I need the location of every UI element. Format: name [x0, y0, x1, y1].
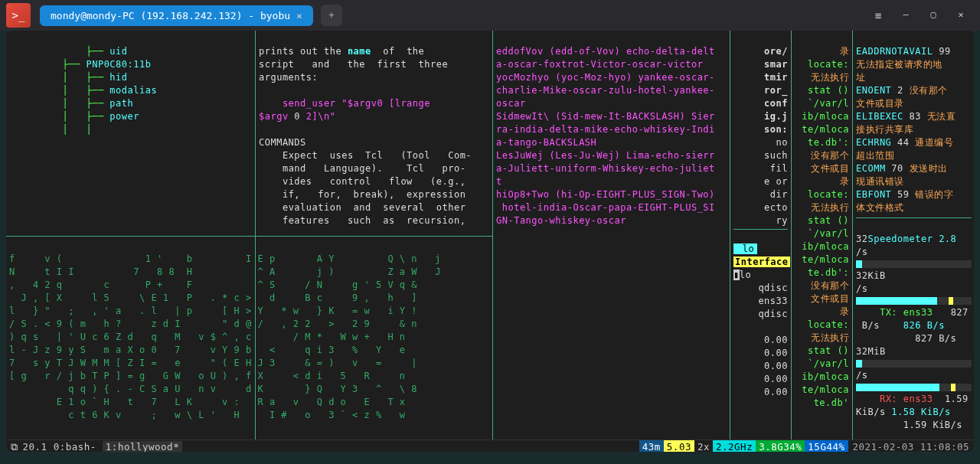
status-mem: 3.8G34%: [756, 440, 805, 452]
statusbar: ⧉ 20.1 0:bash- 1:hollywood* 43m5.032x2.2…: [6, 439, 974, 452]
pane-matrix: f v ( 1 ' b I E p A Y Q \ n j N t I I 7 …: [6, 236, 492, 438]
app-icon: >_: [6, 3, 31, 28]
status-active-window[interactable]: 1:hollywood*: [103, 441, 182, 452]
net-lo-selected: lo: [733, 243, 757, 254]
tab-title: mondy@mondy-PC (192.168.242.132) - byobu: [51, 10, 290, 21]
net-interface-header: Interface: [733, 257, 790, 267]
status-load: 5.03: [664, 440, 694, 452]
terminal[interactable]: ├── │ ├── uiduid ├── PNP0C80:11b │ ├── h…: [6, 31, 974, 452]
pane-phonetic: eddofVov (edd-of-Vov) echo-delta-delt a-…: [492, 31, 730, 439]
menu-icon[interactable]: ≡: [871, 9, 885, 21]
status-uptime: 43m: [639, 440, 664, 452]
pane-jq-net: ore/ smar tmir ror_ conf ig.j son: no su…: [730, 31, 791, 439]
pane-errno-speed: EADDRNOTAVAIL 99 无法指定被请求的地 址 ENOENT 2 没有…: [852, 31, 974, 439]
minimize-button[interactable]: —: [899, 9, 913, 21]
status-windows: 20.1 0:bash- 1:hollywood*: [23, 440, 183, 452]
close-button[interactable]: ✕: [954, 9, 968, 21]
byobu-icon: ⧉: [11, 440, 18, 452]
status-freq: 2.2GHz: [713, 440, 756, 452]
tab-close-icon[interactable]: ×: [296, 10, 302, 21]
tab-active[interactable]: mondy@mondy-PC (192.168.242.132) - byobu…: [40, 5, 313, 26]
pane-locate: 录 locate: 无法执行 stat () `/var/l ib/mloca …: [791, 31, 852, 439]
status-disk: 15G44%: [805, 440, 848, 452]
status-cores: 2x: [694, 440, 713, 452]
titlebar: >_ mondy@mondy-PC (192.168.242.132) - by…: [0, 0, 980, 31]
status-datetime: 2021-02-03 11:08:05: [848, 440, 970, 452]
maximize-button[interactable]: ▢: [926, 9, 940, 21]
new-tab-button[interactable]: +: [321, 5, 342, 26]
